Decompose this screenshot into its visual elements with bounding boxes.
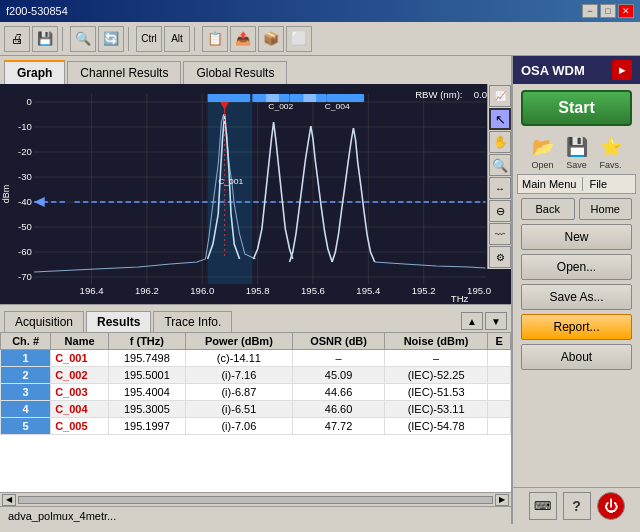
refresh-button[interactable]: 🔄 [98, 26, 124, 52]
save-file-button[interactable]: 💾 Save [563, 134, 591, 170]
minimize-button[interactable]: − [582, 4, 598, 18]
table-cell: (IEC)-53.11 [385, 401, 488, 418]
table-cell: 2 [1, 367, 51, 384]
trace-down-btn[interactable]: ▼ [485, 312, 507, 330]
svg-rect-43 [327, 94, 364, 102]
table-row[interactable]: 3C_003195.4004(i)-6.8744.66(IEC)-51.53 [1, 384, 511, 401]
svg-text:195.8: 195.8 [246, 286, 270, 296]
btab-results[interactable]: Results [86, 311, 151, 332]
about-button[interactable]: About [521, 344, 632, 370]
nav-row: Back Home [513, 196, 640, 222]
print-button[interactable]: 🖨 [4, 26, 30, 52]
toolbar-separator-3 [194, 27, 198, 51]
svg-text:196.0: 196.0 [190, 286, 214, 296]
table-cell: 46.60 [293, 401, 385, 418]
chart-zoom-btn[interactable]: 📈 [489, 85, 511, 107]
close-button[interactable]: ✕ [618, 4, 634, 18]
svg-text:195.2: 195.2 [412, 286, 436, 296]
maximize-button[interactable]: □ [600, 4, 616, 18]
svg-text:-50: -50 [18, 222, 32, 232]
tab-channel-results[interactable]: Channel Results [67, 61, 181, 84]
favs-button[interactable]: ⭐ Favs. [597, 134, 625, 170]
tab-graph[interactable]: Graph [4, 60, 65, 84]
tab-global-results[interactable]: Global Results [183, 61, 287, 84]
chart-pan-btn[interactable]: ✋ [489, 131, 511, 153]
table-row[interactable]: 1C_001195.7498(c)-14.11–– [1, 350, 511, 367]
bottom-tabs: Acquisition Results Trace Info. ▲ ▼ [0, 304, 511, 332]
square-button[interactable]: ⬜ [286, 26, 312, 52]
svg-text:THz: THz [451, 294, 469, 304]
chart-wave-btn[interactable]: 〰 [489, 223, 511, 245]
status-bar: adva_polmux_4metr... [0, 506, 511, 524]
import-button[interactable]: 📦 [258, 26, 284, 52]
scroll-track[interactable] [18, 496, 493, 504]
table-cell: C_003 [51, 384, 109, 401]
table-cell: (IEC)-54.78 [385, 418, 488, 435]
svg-rect-45 [303, 94, 316, 102]
table-cell: C_005 [51, 418, 109, 435]
keyboard-button[interactable]: ⌨ [529, 492, 557, 520]
power-button[interactable]: ⏻ [597, 492, 625, 520]
help-button[interactable]: ? [563, 492, 591, 520]
table-body: 1C_001195.7498(c)-14.11––2C_002195.5001(… [1, 350, 511, 435]
save-label: Save [566, 160, 587, 170]
ctrl-button[interactable]: Ctrl [136, 26, 162, 52]
table-cell: C_002 [51, 367, 109, 384]
table-row[interactable]: 2C_002195.5001(i)-7.1645.09(IEC)-52.25 [1, 367, 511, 384]
table-row[interactable]: 4C_004195.3005(i)-6.5146.60(IEC)-53.11 [1, 401, 511, 418]
menu-file[interactable]: File [589, 178, 607, 190]
save-icon: 💾 [563, 134, 591, 160]
table-cell: 195.5001 [109, 367, 186, 384]
new-button[interactable]: New [521, 224, 632, 250]
trace-up-btn[interactable]: ▲ [461, 312, 483, 330]
chart-zoom-out-btn[interactable]: ⊖ [489, 200, 511, 222]
menu-separator [582, 177, 583, 191]
btab-trace-info[interactable]: Trace Info. [153, 311, 232, 332]
chart-fit-btn[interactable]: ↔ [489, 177, 511, 199]
chart-svg: 0 -10 -20 -30 -40 -50 -60 -70 dBm 196.4 … [0, 84, 511, 304]
open-action-button[interactable]: Open... [521, 254, 632, 280]
table-cell: 195.1997 [109, 418, 186, 435]
main-area: Graph Channel Results Global Results [0, 56, 640, 524]
scroll-right-btn[interactable]: ▶ [495, 494, 509, 506]
favs-icon: ⭐ [597, 134, 625, 160]
save-as-button[interactable]: Save As... [521, 284, 632, 310]
svg-rect-0 [0, 84, 511, 304]
table-cell: 4 [1, 401, 51, 418]
table-cell: C_001 [51, 350, 109, 367]
svg-text:dBm: dBm [0, 185, 10, 204]
toolbar-separator [62, 27, 66, 51]
chart-cursor-btn[interactable]: ↖ [489, 108, 511, 130]
svg-text:C_002: C_002 [268, 102, 293, 111]
svg-text:195.6: 195.6 [301, 286, 325, 296]
svg-text:0: 0 [27, 97, 32, 107]
copy-button[interactable]: 📋 [202, 26, 228, 52]
export-button[interactable]: 📤 [230, 26, 256, 52]
table-cell: (i)-6.87 [185, 384, 292, 401]
scroll-left-btn[interactable]: ◀ [2, 494, 16, 506]
svg-text:-70: -70 [18, 272, 32, 282]
col-noise: Noise (dBm) [385, 333, 488, 350]
table-row[interactable]: 5C_005195.1997(i)-7.0647.72(IEC)-54.78 [1, 418, 511, 435]
favs-label: Favs. [599, 160, 621, 170]
btab-acquisition[interactable]: Acquisition [4, 311, 84, 332]
data-table: Ch. # Name f (THz) Power (dBm) OSNR (dB)… [0, 332, 511, 492]
bottom-icon-row: ⌨ ? ⏻ [513, 487, 640, 524]
save-button[interactable]: 💾 [32, 26, 58, 52]
home-button[interactable]: Home [579, 198, 633, 220]
zoom-button[interactable]: 🔍 [70, 26, 96, 52]
status-text: adva_polmux_4metr... [8, 510, 116, 522]
open-button[interactable]: 📂 Open [529, 134, 557, 170]
menu-main[interactable]: Main Menu [522, 178, 576, 190]
table-cell: 1 [1, 350, 51, 367]
table-cell: (c)-14.11 [185, 350, 292, 367]
start-button[interactable]: Start [521, 90, 632, 126]
svg-rect-40 [208, 94, 251, 102]
report-button[interactable]: Report... [521, 314, 632, 340]
chart-area: 0 -10 -20 -30 -40 -50 -60 -70 dBm 196.4 … [0, 84, 511, 304]
back-button[interactable]: Back [521, 198, 575, 220]
table-cell: – [385, 350, 488, 367]
chart-zoom-in-btn[interactable]: 🔍 [489, 154, 511, 176]
alt-button[interactable]: Alt [164, 26, 190, 52]
chart-config-btn[interactable]: ⚙ [489, 246, 511, 268]
